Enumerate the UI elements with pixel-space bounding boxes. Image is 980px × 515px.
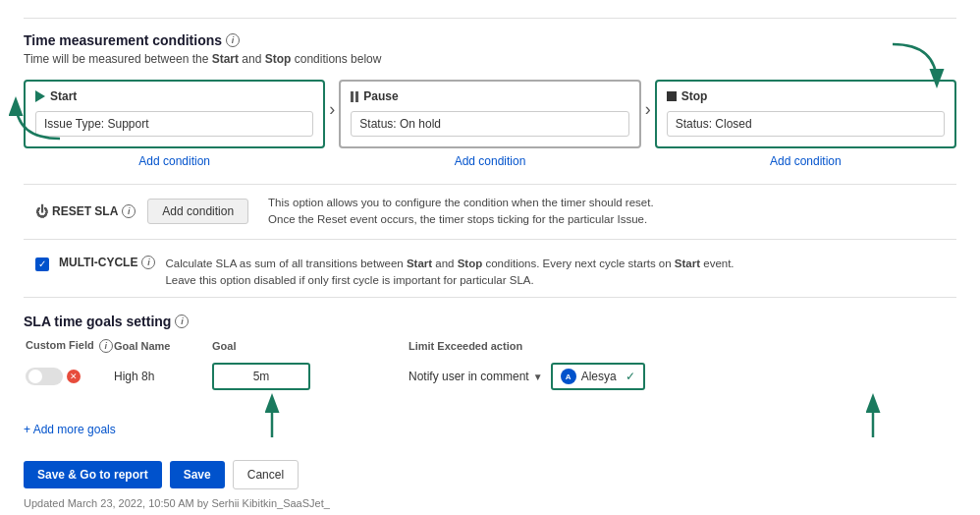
goals-section: SLA time goals setting i Custom Field i … — [24, 314, 956, 394]
user-name: Alesya — [581, 370, 617, 383]
reset-sla-desc-2: Once the Reset event occurs, the timer s… — [268, 213, 647, 225]
stop-condition-block: Stop Status: Closed Add condition — [655, 80, 956, 168]
arrow-icon-1: › — [329, 99, 335, 120]
section-info-icon[interactable]: i — [226, 33, 240, 47]
save-button[interactable]: Save — [170, 461, 225, 488]
stop-label: Stop — [681, 89, 708, 103]
limit-cell: Notify user in comment ▼ A Alesya ✓ — [408, 363, 703, 390]
multi-cycle-info-icon[interactable]: i — [141, 256, 155, 269]
section-title-text: Time measurement conditions — [24, 32, 222, 48]
arrow-start-pause: › — [325, 99, 339, 120]
start-label: Start — [50, 89, 77, 103]
notify-label: Notify user in comment — [408, 370, 529, 383]
pause-condition-block: Pause Status: On hold Add condition — [339, 80, 640, 168]
toggle-knob — [28, 370, 42, 383]
multi-cycle-desc: Calculate SLA as sum of all transitions … — [165, 256, 734, 290]
multi-cycle-label: MULTI-CYCLE i — [59, 256, 155, 269]
goal-cell: 5m — [212, 363, 408, 390]
reset-sla-label: ⏻ RESET SLA i — [35, 204, 136, 219]
reset-sla-desc: This option allows you to configure the … — [268, 195, 654, 229]
action-row: Save & Go to report Save Cancel — [24, 460, 956, 489]
top-divider — [24, 18, 956, 19]
reset-sla-row: ⏻ RESET SLA i Add condition This option … — [24, 184, 956, 240]
toggle-container: ✕ — [26, 368, 114, 385]
desc-pre: Time will be measured between the — [24, 52, 212, 66]
section-title: Time measurement conditions i — [24, 32, 956, 48]
start-condition-block: Start Issue Type: Support Add condition — [24, 80, 325, 168]
power-icon: ⏻ — [35, 204, 48, 219]
stop-header: Stop — [667, 89, 945, 103]
arrow-pause-stop: › — [641, 99, 655, 120]
play-icon — [35, 90, 45, 102]
close-x-btn[interactable]: ✕ — [67, 370, 81, 383]
desc-start: Start — [212, 52, 239, 66]
col-limit-text: Limit Exceeded action — [408, 340, 703, 352]
section-desc: Time will be measured between the Start … — [24, 52, 956, 66]
desc-stop: Stop — [265, 52, 292, 66]
goals-header-row: Custom Field i Goal Name Goal Limit Exce… — [24, 339, 956, 353]
stop-add-condition[interactable]: Add condition — [770, 154, 842, 168]
start-header: Start — [35, 89, 313, 103]
goals-title-text: SLA time goals setting — [24, 314, 171, 329]
updated-text: Updated March 23, 2022, 10:50 AM by Serh… — [24, 497, 956, 509]
stop-value: Status: Closed — [667, 111, 945, 137]
desc-mid: and — [242, 52, 264, 66]
pause-label: Pause — [363, 89, 398, 103]
pause-value: Status: On hold — [351, 111, 628, 137]
user-avatar: A — [561, 369, 576, 384]
user-check-icon: ✓ — [626, 370, 635, 383]
goal-name-cell: High 8h — [114, 370, 212, 383]
reset-sla-desc-1: This option allows you to configure the … — [268, 197, 654, 208]
start-add-condition[interactable]: Add condition — [138, 154, 210, 168]
col-goal-text: Goal — [212, 340, 408, 352]
goal-input[interactable]: 5m — [212, 363, 310, 390]
add-goals-link[interactable]: + Add more goals — [24, 423, 116, 436]
pause-add-condition[interactable]: Add condition — [455, 154, 526, 168]
col-custom-text: Custom Field — [26, 339, 94, 351]
col-custom-info[interactable]: i — [99, 339, 113, 353]
multi-cycle-row: MULTI-CYCLE i Calculate SLA as sum of al… — [24, 248, 956, 299]
goals-info-icon[interactable]: i — [175, 315, 189, 328]
pause-header: Pause — [351, 89, 628, 103]
custom-field-toggle[interactable] — [26, 368, 63, 385]
pause-condition-box: Pause Status: On hold — [339, 80, 640, 148]
col-goalname-text: Goal Name — [114, 340, 212, 352]
reset-sla-add-btn[interactable]: Add condition — [147, 199, 248, 224]
stop-condition-box: Stop Status: Closed — [655, 80, 956, 148]
page-container: Time measurement conditions i Time will … — [0, 0, 980, 515]
user-pill[interactable]: A Alesya ✓ — [551, 363, 645, 390]
multi-cycle-text: MULTI-CYCLE — [59, 256, 137, 269]
notify-dropdown[interactable]: Notify user in comment ▼ — [408, 370, 543, 383]
pause-icon — [351, 91, 358, 102]
goals-data-row: ✕ High 8h 5m Notify user in comment ▼ A … — [24, 359, 956, 394]
reset-sla-text: RESET SLA — [52, 204, 118, 218]
col-custom-header: Custom Field i — [26, 339, 114, 353]
multi-cycle-checkbox[interactable] — [35, 258, 49, 271]
start-condition-box: Start Issue Type: Support — [24, 80, 325, 148]
cancel-button[interactable]: Cancel — [233, 460, 299, 489]
notify-chevron: ▼ — [533, 372, 543, 382]
goals-title: SLA time goals setting i — [24, 314, 956, 329]
arrow-icon-2: › — [645, 99, 651, 120]
conditions-row: Start Issue Type: Support Add condition … — [24, 80, 956, 168]
save-report-button[interactable]: Save & Go to report — [24, 461, 162, 488]
start-value: Issue Type: Support — [35, 111, 313, 137]
stop-icon — [667, 91, 677, 101]
reset-sla-info-icon[interactable]: i — [122, 204, 136, 218]
desc-post: conditions below — [295, 52, 382, 66]
